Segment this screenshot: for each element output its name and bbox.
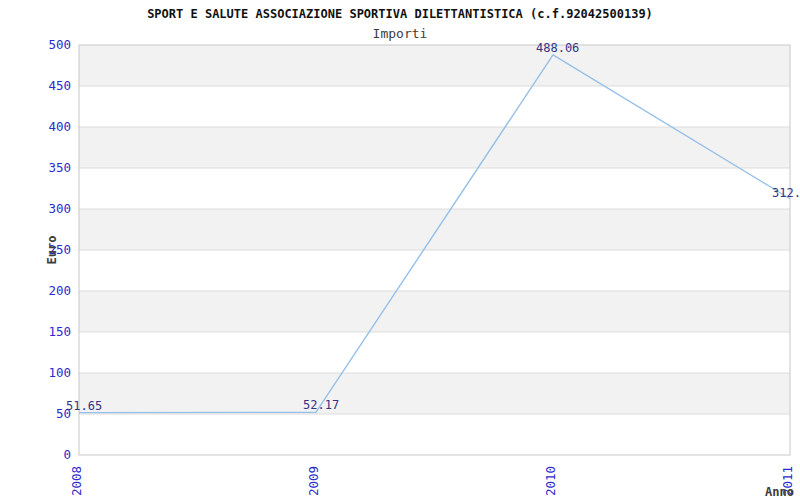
x-tick-label: 2010 bbox=[543, 466, 558, 496]
grid-band bbox=[79, 291, 790, 332]
y-tick-label: 300 bbox=[48, 201, 71, 216]
grid-band bbox=[79, 373, 790, 414]
y-tick-label: 150 bbox=[48, 324, 71, 339]
y-tick-label: 500 bbox=[48, 37, 71, 52]
y-axis-title: Euro bbox=[45, 236, 59, 265]
point-label: 52.17 bbox=[303, 398, 339, 412]
y-tick-label: 400 bbox=[48, 119, 71, 134]
point-label: 51.65 bbox=[66, 399, 102, 413]
grid-band bbox=[79, 209, 790, 250]
y-tick-label: 350 bbox=[48, 160, 71, 175]
y-tick-label: 200 bbox=[48, 283, 71, 298]
plot-area: 0501001502002503003504004505002008200920… bbox=[0, 0, 800, 500]
y-tick-label: 0 bbox=[63, 447, 71, 462]
x-tick-label: 2008 bbox=[69, 466, 84, 496]
importi-line-chart: SPORT E SALUTE ASSOCIAZIONE SPORTIVA DIL… bbox=[0, 0, 800, 500]
grid-band bbox=[79, 45, 790, 86]
point-label: 312.5 bbox=[772, 186, 800, 200]
y-tick-label: 450 bbox=[48, 78, 71, 93]
x-tick-label: 2009 bbox=[306, 466, 321, 496]
x-axis-title: Anno bbox=[765, 485, 794, 499]
point-label: 488.06 bbox=[536, 41, 579, 55]
y-tick-label: 100 bbox=[48, 365, 71, 380]
